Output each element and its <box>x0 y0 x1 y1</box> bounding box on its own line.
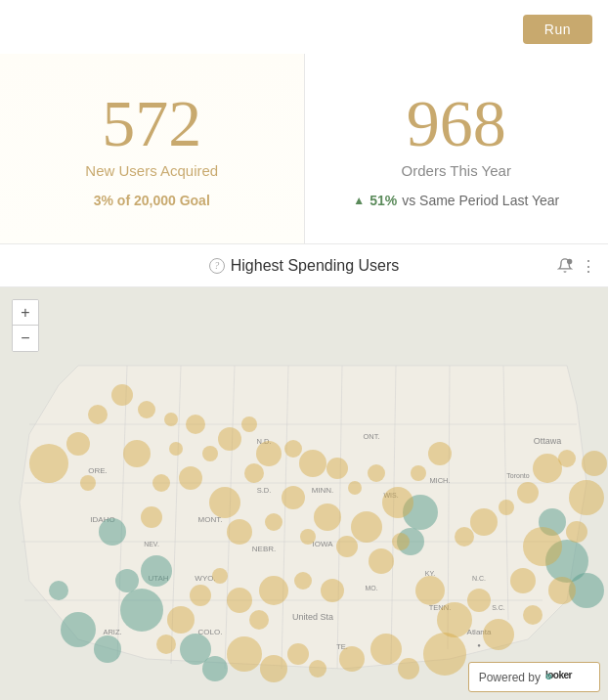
svg-point-74 <box>209 487 240 518</box>
trend-arrow: ▲ <box>353 194 365 207</box>
svg-point-116 <box>138 401 155 418</box>
svg-text:●: ● <box>477 642 481 648</box>
svg-text:Toronto: Toronto <box>506 472 529 479</box>
svg-point-64 <box>29 444 68 483</box>
svg-point-133 <box>398 658 419 679</box>
svg-point-110 <box>284 440 302 458</box>
svg-point-73 <box>202 446 218 461</box>
svg-text:MINN.: MINN. <box>312 486 334 495</box>
svg-point-112 <box>241 416 257 432</box>
svg-point-122 <box>227 588 252 613</box>
svg-point-67 <box>88 405 108 424</box>
alert-icon[interactable]: + <box>557 258 573 274</box>
svg-text:S.C.: S.C. <box>492 604 505 611</box>
trend-pct: 51% <box>369 193 397 208</box>
svg-point-68 <box>123 440 151 467</box>
svg-point-114 <box>186 415 205 434</box>
svg-point-120 <box>259 576 288 605</box>
svg-point-99 <box>517 482 539 503</box>
svg-point-136 <box>548 676 550 678</box>
svg-point-92 <box>523 527 562 566</box>
svg-point-83 <box>369 548 394 574</box>
svg-point-115 <box>164 413 178 426</box>
svg-point-93 <box>548 577 576 604</box>
svg-point-75 <box>244 463 264 483</box>
svg-point-51 <box>61 612 96 647</box>
orders-comparison: ▲ 51% vs Same Period Last Year <box>353 193 559 208</box>
svg-text:ORE.: ORE. <box>88 466 108 475</box>
svg-point-126 <box>156 634 176 654</box>
svg-point-129 <box>287 643 309 665</box>
zoom-in-button[interactable]: + <box>13 300 38 326</box>
svg-text:IOWA: IOWA <box>312 540 333 548</box>
more-options-icon[interactable]: ⋮ <box>581 256 596 275</box>
zoom-controls: + − <box>12 299 39 352</box>
users-sub: 3% of 20,000 Goal <box>94 193 210 208</box>
svg-point-86 <box>437 602 472 637</box>
svg-point-70 <box>141 506 162 528</box>
svg-point-81 <box>336 536 358 557</box>
svg-point-84 <box>392 533 410 550</box>
svg-point-79 <box>300 529 316 545</box>
svg-point-131 <box>339 646 365 672</box>
svg-point-50 <box>120 589 163 632</box>
svg-point-78 <box>282 486 305 509</box>
svg-text:NEBR.: NEBR. <box>252 545 276 553</box>
svg-point-125 <box>167 606 195 634</box>
svg-text:N.C.: N.C. <box>472 575 486 582</box>
svg-point-101 <box>470 508 498 536</box>
svg-point-94 <box>566 521 587 543</box>
svg-point-85 <box>415 576 445 605</box>
svg-point-118 <box>321 579 344 602</box>
svg-point-98 <box>533 454 562 483</box>
kpi-tile-users: 572 New Users Acquired 3% of 20,000 Goal <box>0 54 305 243</box>
svg-point-91 <box>523 605 543 625</box>
svg-point-113 <box>218 427 241 451</box>
svg-text:S.D.: S.D. <box>257 486 272 495</box>
orders-number: 968 <box>407 90 506 156</box>
svg-point-132 <box>370 634 402 665</box>
svg-point-121 <box>249 610 269 630</box>
looker-brand: looker <box>545 668 589 686</box>
map-section: ? Highest Spending Users + ⋮ <box>0 244 608 700</box>
svg-point-128 <box>260 655 287 682</box>
svg-point-71 <box>169 442 183 456</box>
svg-text:ONT.: ONT. <box>363 432 379 441</box>
svg-point-130 <box>309 660 326 678</box>
svg-text:NEV.: NEV. <box>144 541 159 547</box>
zoom-out-button[interactable]: − <box>13 326 38 351</box>
svg-point-103 <box>428 442 452 465</box>
info-icon[interactable]: ? <box>209 258 225 274</box>
svg-text:Ottawa: Ottawa <box>534 436 562 446</box>
powered-by-text: Powered by <box>479 671 541 684</box>
svg-point-96 <box>582 451 607 476</box>
svg-point-63 <box>202 656 228 681</box>
svg-point-55 <box>141 555 172 587</box>
svg-point-72 <box>179 466 202 490</box>
run-button[interactable]: Run <box>523 15 592 44</box>
kpi-tile-orders: 968 Orders This Year ▲ 51% vs Same Perio… <box>305 54 609 243</box>
svg-point-87 <box>423 633 466 676</box>
svg-point-69 <box>152 474 170 492</box>
svg-point-106 <box>368 464 385 482</box>
users-label: New Users Acquired <box>85 162 218 179</box>
svg-point-95 <box>569 480 604 515</box>
svg-point-105 <box>382 487 413 518</box>
svg-point-76 <box>227 519 252 545</box>
map-title: Highest Spending Users <box>231 257 400 275</box>
map-actions: + ⋮ <box>557 256 596 275</box>
users-number: 572 <box>102 90 201 156</box>
map-title-area: ? Highest Spending Users <box>209 257 400 275</box>
svg-point-108 <box>326 458 348 479</box>
svg-text:MICH.: MICH. <box>429 476 450 485</box>
svg-point-124 <box>190 585 211 606</box>
svg-text:MO.: MO. <box>365 585 377 591</box>
map-svg: ORE. IDAHO NEV. UTAH MONT. WYO. COLO. AR… <box>0 287 608 700</box>
svg-point-52 <box>94 635 121 663</box>
svg-point-107 <box>348 481 362 495</box>
powered-by-badge: Powered by looker <box>468 662 600 692</box>
comparison-text: vs Same Period Last Year <box>402 193 559 208</box>
svg-point-109 <box>299 450 326 477</box>
svg-point-119 <box>294 572 312 590</box>
svg-point-104 <box>411 465 426 481</box>
